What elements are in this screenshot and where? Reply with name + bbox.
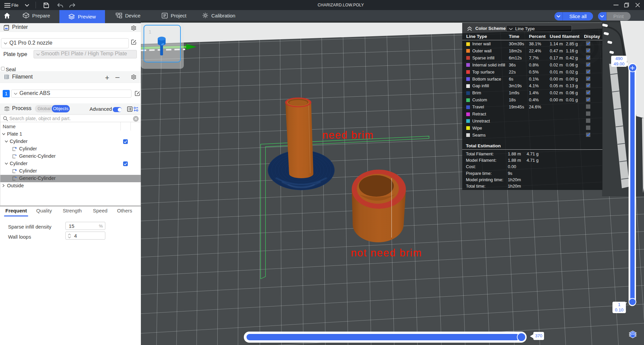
svg-text:not need brim: not need brim [351, 247, 422, 258]
svg-text:need brim: need brim [322, 129, 374, 141]
